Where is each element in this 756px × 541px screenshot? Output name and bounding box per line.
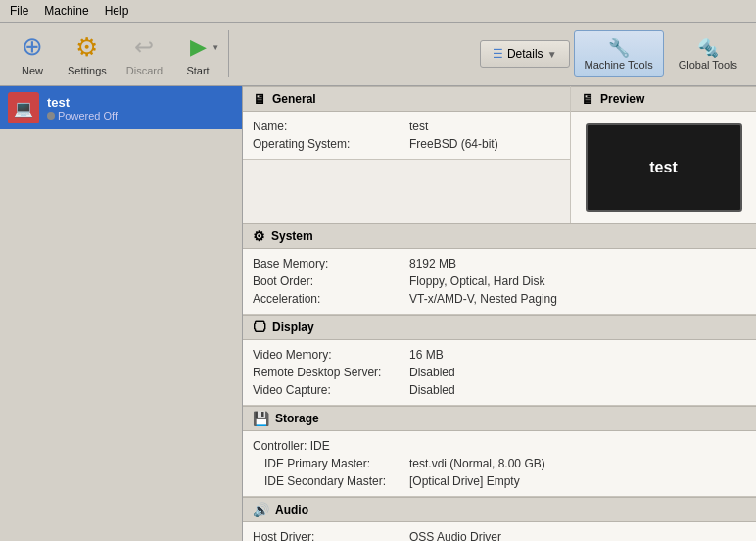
primary-value: test.vdi (Normal, 8.00 GB): [409, 457, 545, 470]
host-driver-value: OSS Audio Driver: [409, 530, 501, 541]
storage-header: 💾 Storage: [243, 406, 756, 431]
menubar: File Machine Help: [0, 0, 756, 23]
capture-label: Video Capture:: [253, 383, 409, 397]
preview-icon: 🖥: [581, 91, 594, 107]
display-content: Video Memory: 16 MB Remote Desktop Serve…: [243, 340, 756, 406]
rds-row: Remote Desktop Server: Disabled: [253, 364, 746, 381]
details-dropdown-arrow: ▼: [547, 49, 557, 60]
display-header: 🖵 Display: [243, 315, 756, 340]
top-area: 🖥 General Name: test Operating System: F…: [243, 86, 756, 223]
start-icon: [190, 34, 207, 60]
name-value: test: [409, 120, 428, 133]
main-content: test Powered Off 🖥 General Name:: [0, 86, 756, 541]
preview-content: test: [571, 112, 756, 223]
storage-icon: 💾: [253, 411, 269, 426]
general-section: 🖥 General Name: test Operating System: F…: [243, 86, 570, 223]
controller-label: Controller: IDE: [253, 439, 409, 453]
general-content: Name: test Operating System: FreeBSD (64…: [243, 112, 570, 160]
preview-thumbnail: test: [586, 123, 742, 212]
rds-value: Disabled: [409, 366, 455, 379]
rds-label: Remote Desktop Server:: [253, 366, 409, 379]
menu-machine[interactable]: Machine: [38, 2, 94, 20]
general-icon: 🖥: [253, 91, 266, 107]
host-driver-label: Host Driver:: [253, 530, 409, 541]
secondary-value: [Optical Drive] Empty: [409, 474, 520, 488]
os-label: Operating System:: [253, 137, 409, 151]
settings-button[interactable]: Settings: [59, 26, 116, 81]
status-indicator: [47, 112, 55, 120]
boot-label: Boot Order:: [253, 274, 409, 288]
memory-row: Base Memory: 8192 MB: [253, 255, 746, 272]
system-content: Base Memory: 8192 MB Boot Order: Floppy,…: [243, 249, 756, 315]
os-row: Operating System: FreeBSD (64-bit): [253, 135, 560, 153]
audio-icon: 🔊: [253, 502, 269, 517]
accel-row: Acceleration: VT-x/AMD-V, Nested Paging: [253, 290, 746, 308]
new-icon: [17, 31, 48, 63]
memory-label: Base Memory:: [253, 257, 409, 270]
global-tools-button[interactable]: Global Tools: [668, 30, 748, 77]
vm-info: test Powered Off: [47, 95, 234, 122]
preview-header: 🖥 Preview: [571, 86, 756, 112]
os-value: FreeBSD (64-bit): [409, 137, 498, 151]
system-icon: ⚙: [253, 228, 265, 244]
primary-label: IDE Primary Master:: [253, 457, 409, 470]
vmem-label: Video Memory:: [253, 348, 409, 362]
menu-help[interactable]: Help: [99, 2, 135, 20]
vmem-value: 16 MB: [409, 348, 444, 362]
accel-value: VT-x/AMD-V, Nested Paging: [409, 292, 557, 306]
vm-icon: [8, 92, 39, 123]
machine-tools-button[interactable]: Machine Tools: [574, 30, 664, 77]
audio-content: Host Driver: OSS Audio Driver Controller…: [243, 522, 756, 541]
preview-section: 🖥 Preview test: [570, 86, 756, 223]
discard-button[interactable]: Discard: [118, 26, 171, 81]
right-panel: 🖥 General Name: test Operating System: F…: [243, 86, 756, 541]
sidebar: test Powered Off: [0, 86, 243, 541]
audio-header: 🔊 Audio: [243, 497, 756, 522]
general-header: 🖥 General: [243, 86, 570, 112]
new-button[interactable]: New: [8, 26, 57, 81]
machine-tools-icon: [608, 37, 630, 59]
toolbar-separator: [228, 30, 229, 77]
storage-content: Controller: IDE IDE Primary Master: test…: [243, 431, 756, 497]
primary-row: IDE Primary Master: test.vdi (Normal, 8.…: [253, 455, 746, 472]
system-header: ⚙ System: [243, 223, 756, 249]
name-label: Name:: [253, 120, 409, 133]
vm-name: test: [47, 95, 234, 110]
settings-icon: [75, 32, 98, 63]
global-tools-icon: [697, 37, 719, 59]
toolbar-right: Details ▼ Machine Tools Global Tools: [480, 30, 748, 77]
memory-value: 8192 MB: [409, 257, 456, 270]
boot-value: Floppy, Optical, Hard Disk: [409, 274, 545, 288]
discard-icon: [134, 33, 154, 61]
start-button[interactable]: ▼ Start: [173, 26, 222, 81]
secondary-label: IDE Secondary Master:: [253, 474, 409, 488]
capture-row: Video Capture: Disabled: [253, 381, 746, 399]
display-icon: 🖵: [253, 320, 266, 335]
capture-value: Disabled: [409, 383, 455, 397]
boot-row: Boot Order: Floppy, Optical, Hard Disk: [253, 272, 746, 290]
secondary-row: IDE Secondary Master: [Optical Drive] Em…: [253, 472, 746, 490]
host-driver-row: Host Driver: OSS Audio Driver: [253, 528, 746, 541]
details-button[interactable]: Details ▼: [480, 40, 570, 68]
name-row: Name: test: [253, 118, 560, 135]
toolbar: New Settings Discard ▼ Start Details ▼ M…: [0, 23, 756, 86]
controller-row: Controller: IDE: [253, 437, 746, 455]
menu-file[interactable]: File: [4, 2, 34, 20]
vm-status: Powered Off: [47, 110, 234, 122]
start-dropdown-arrow: ▼: [212, 43, 219, 52]
accel-label: Acceleration:: [253, 292, 409, 306]
vmem-row: Video Memory: 16 MB: [253, 346, 746, 364]
vm-list-item[interactable]: test Powered Off: [0, 86, 242, 129]
